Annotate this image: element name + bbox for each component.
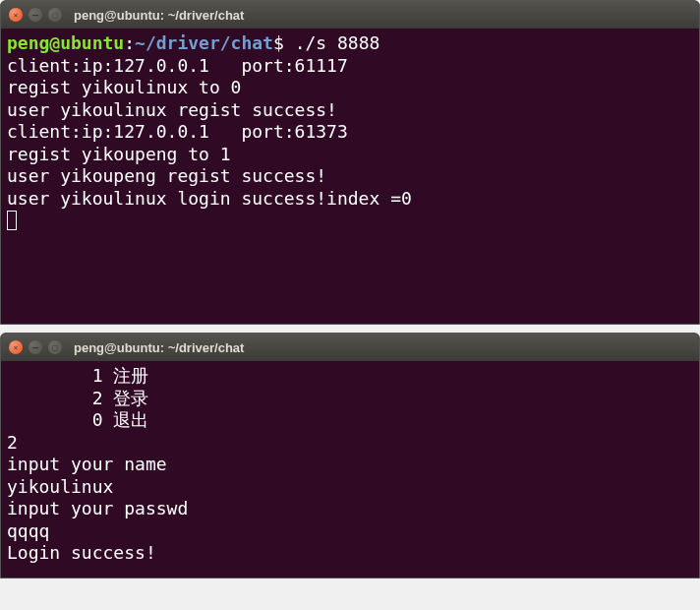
cursor	[7, 211, 17, 230]
output-line: regist yikoulinux to 0	[7, 77, 241, 97]
output-line: 2	[7, 432, 18, 453]
titlebar[interactable]: peng@ubuntu: ~/driver/chat	[1, 1, 699, 29]
close-icon[interactable]	[9, 8, 23, 22]
close-icon[interactable]	[9, 340, 23, 354]
output-line: user yikoulinux regist success!	[7, 99, 337, 120]
menu-line: 0 退出	[7, 409, 148, 430]
prompt-path: ~/driver/chat	[135, 32, 273, 53]
output-line: user yikoupeng regist success!	[7, 165, 326, 186]
output-line: client:ip:127.0.0.1 port:61117	[7, 55, 348, 76]
minimize-icon[interactable]	[29, 8, 42, 22]
output-line: input your passwd	[7, 498, 188, 518]
prompt-sep: :	[124, 32, 135, 53]
output-line: user yikoulinux login success!index =0	[7, 188, 412, 209]
terminal-window-client: peng@ubuntu: ~/driver/chat 1 注册 2 登录 0 退…	[0, 333, 700, 579]
prompt-user: peng@ubuntu	[7, 32, 124, 53]
window-title: peng@ubuntu: ~/driver/chat	[74, 8, 244, 23]
output-line: qqqq	[7, 520, 49, 541]
terminal-window-server: peng@ubuntu: ~/driver/chat peng@ubuntu:~…	[0, 0, 700, 325]
output-line: client:ip:127.0.0.1 port:61373	[7, 121, 348, 142]
prompt-dollar: $	[273, 32, 295, 53]
titlebar[interactable]: peng@ubuntu: ~/driver/chat	[1, 334, 699, 361]
output-line: Login success!	[7, 542, 156, 563]
output-line: yikoulinux	[7, 476, 113, 497]
menu-line: 2 登录	[7, 388, 148, 408]
output-line: input your name	[7, 454, 167, 474]
menu-line: 1 注册	[7, 365, 148, 386]
output-line: regist yikoupeng to 1	[7, 144, 231, 164]
window-title: peng@ubuntu: ~/driver/chat	[74, 340, 244, 355]
maximize-icon[interactable]	[48, 8, 62, 22]
minimize-icon[interactable]	[29, 340, 42, 354]
maximize-icon[interactable]	[48, 340, 62, 354]
command-text: ./s 8888	[295, 32, 380, 53]
terminal-output[interactable]: 1 注册 2 登录 0 退出 2 input your name yikouli…	[1, 361, 699, 578]
terminal-output[interactable]: peng@ubuntu:~/driver/chat$ ./s 8888 clie…	[1, 29, 699, 324]
